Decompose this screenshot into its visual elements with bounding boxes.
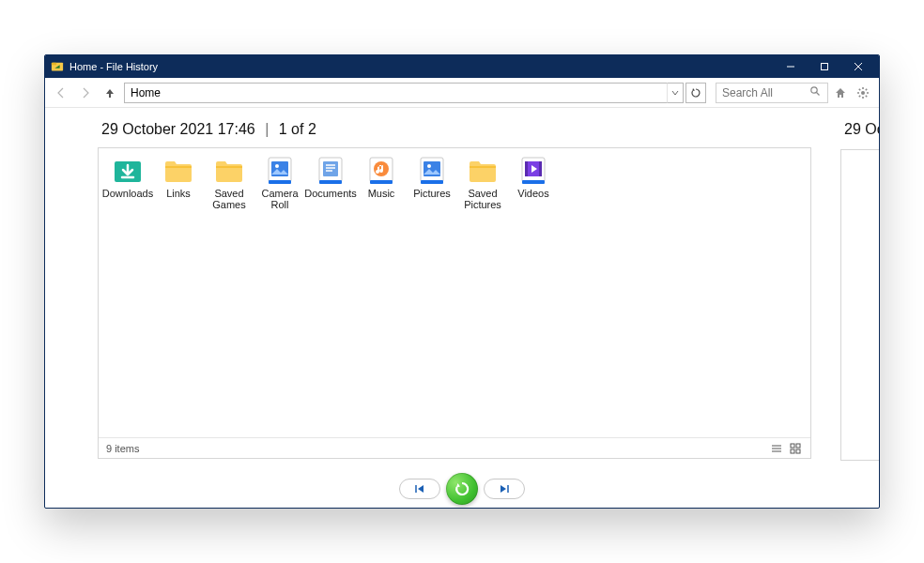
search-input[interactable]	[716, 83, 828, 103]
search-box	[716, 83, 821, 103]
page-heading: 29 October 2021 17:46 | 1 of 2	[101, 121, 879, 138]
next-snapshot-peek: 29 Oc	[840, 121, 879, 461]
item-label: Pictures	[413, 188, 451, 199]
svg-rect-1	[52, 63, 56, 66]
folder-item[interactable]: Downloads	[104, 156, 151, 210]
restore-button[interactable]	[446, 473, 478, 505]
folder-item[interactable]: Videos	[510, 156, 557, 210]
item-label: Saved Games	[206, 188, 253, 210]
next-version-button[interactable]	[484, 479, 525, 499]
snapshot-timestamp: 29 October 2021 17:46	[101, 121, 255, 137]
content-area: 29 October 2021 17:46 | 1 of 2 Downloads…	[45, 108, 879, 470]
item-count: 9 items	[106, 443, 139, 454]
folder-icon	[163, 156, 193, 186]
folder-downloads-icon	[113, 156, 143, 186]
view-toggle	[769, 441, 803, 456]
item-label: Videos	[517, 188, 548, 199]
refresh-button[interactable]	[685, 83, 706, 103]
item-label: Saved Pictures	[459, 188, 506, 210]
maximize-button[interactable]	[808, 55, 841, 78]
folder-icon	[468, 156, 498, 186]
previous-version-button[interactable]	[399, 479, 440, 499]
item-label: Links	[166, 188, 191, 199]
toolbar	[45, 78, 879, 108]
next-snapshot-viewport	[840, 149, 879, 461]
address-input[interactable]	[124, 83, 667, 103]
items-grid[interactable]: DownloadsLinksSaved GamesCamera RollDocu…	[99, 148, 810, 437]
address-dropdown[interactable]	[667, 83, 684, 103]
svg-line-15	[866, 88, 867, 89]
library-pictures-icon	[265, 156, 295, 186]
folder-item[interactable]: Documents	[307, 156, 354, 210]
svg-rect-23	[796, 449, 800, 453]
folder-item[interactable]: Saved Games	[206, 156, 253, 210]
svg-point-8	[861, 91, 865, 95]
snapshot-viewport: DownloadsLinksSaved GamesCamera RollDocu…	[98, 147, 811, 459]
folder-item[interactable]: Camera Roll	[256, 156, 303, 210]
settings-icon-button[interactable]	[853, 83, 873, 103]
svg-line-16	[859, 95, 860, 96]
folder-item[interactable]: Saved Pictures	[459, 156, 506, 210]
up-button[interactable]	[100, 83, 120, 103]
library-pictures-icon	[417, 156, 447, 186]
view-details-button[interactable]	[769, 441, 784, 456]
minimize-button[interactable]	[774, 55, 808, 78]
svg-line-13	[859, 88, 860, 89]
svg-rect-22	[791, 449, 794, 453]
svg-line-14	[866, 95, 867, 96]
snapshot-position: 1 of 2	[279, 121, 316, 137]
item-label: Camera Roll	[256, 188, 303, 210]
item-label: Documents	[304, 188, 357, 199]
app-icon	[51, 60, 64, 73]
library-videos-icon	[518, 156, 548, 186]
folder-item[interactable]: Music	[358, 156, 405, 210]
forward-button[interactable]	[75, 83, 96, 103]
view-icons-button[interactable]	[788, 441, 803, 456]
library-documents-icon	[316, 156, 346, 186]
item-label: Music	[368, 188, 395, 199]
status-bar: 9 items	[99, 437, 810, 458]
home-icon-button[interactable]	[830, 83, 851, 103]
back-button[interactable]	[51, 83, 71, 103]
svg-rect-21	[796, 444, 800, 448]
heading-separator: |	[259, 121, 274, 137]
file-history-window: Home - File History	[44, 54, 880, 509]
next-snapshot-timestamp: 29 Oc	[840, 121, 879, 138]
window-title: Home - File History	[69, 61, 158, 72]
toolbar-extra	[830, 83, 873, 103]
folder-icon	[214, 156, 244, 186]
navigation-controls	[45, 470, 879, 508]
folder-item[interactable]: Links	[155, 156, 202, 210]
titlebar: Home - File History	[45, 55, 879, 78]
close-button[interactable]	[841, 55, 875, 78]
svg-rect-20	[791, 444, 794, 448]
library-music-icon	[366, 156, 396, 186]
address-bar	[124, 83, 706, 103]
item-label: Downloads	[102, 188, 153, 199]
folder-item[interactable]: Pictures	[408, 156, 455, 210]
svg-rect-3	[822, 64, 828, 70]
